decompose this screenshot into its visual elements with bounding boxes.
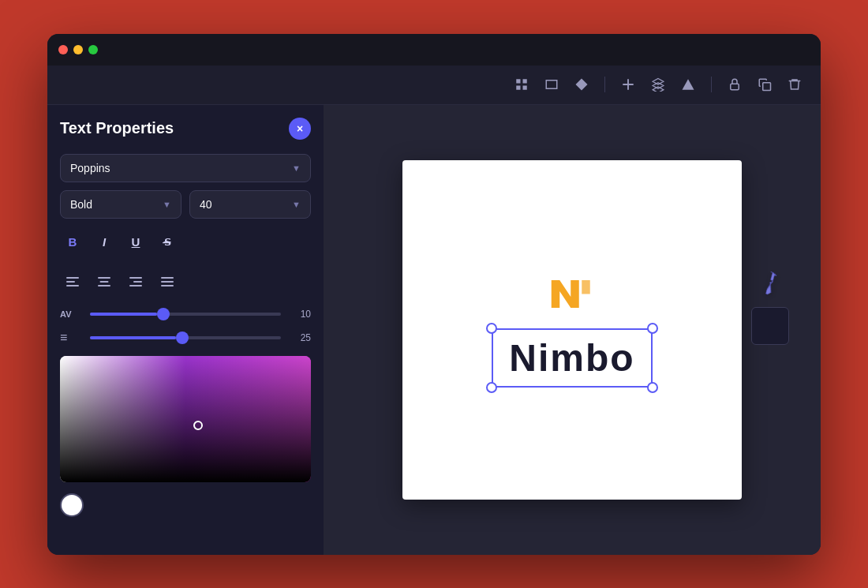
delete-icon[interactable] — [784, 74, 805, 95]
title-bar — [47, 34, 821, 66]
app-window: Text Properties × Poppins ▼ Bold ▼ 40 ▼ — [47, 34, 821, 555]
nimbo-n-logo — [544, 272, 600, 319]
color-gradient — [60, 356, 311, 482]
properties-panel: Text Properties × Poppins ▼ Bold ▼ 40 ▼ — [47, 105, 324, 555]
line-height-row: ≡ 25 — [60, 331, 311, 345]
traffic-light-red[interactable] — [58, 45, 68, 54]
svg-rect-13 — [161, 285, 174, 287]
svg-rect-1 — [763, 83, 771, 91]
letter-spacing-track[interactable] — [90, 313, 281, 316]
color-swatch[interactable] — [60, 493, 84, 517]
align-left-button[interactable] — [60, 269, 85, 294]
svg-rect-5 — [98, 277, 110, 279]
eyedropper-tool — [751, 270, 789, 345]
toolbar — [47, 66, 821, 105]
canvas-area[interactable]: Nimbo — [324, 105, 821, 555]
traffic-lights — [58, 45, 98, 54]
svg-rect-3 — [66, 281, 75, 283]
italic-button[interactable]: I — [92, 230, 117, 255]
lock-icon[interactable] — [724, 74, 745, 95]
svg-rect-11 — [161, 277, 174, 279]
font-weight-dropdown[interactable]: Bold ▼ — [60, 190, 181, 219]
align-center-button[interactable] — [92, 269, 117, 294]
svg-rect-6 — [100, 281, 109, 283]
line-height-track[interactable] — [90, 336, 281, 339]
chevron-down-icon-2: ▼ — [163, 200, 171, 209]
line-height-fill — [90, 336, 176, 339]
line-height-thumb[interactable] — [176, 331, 189, 344]
font-size-value: 40 — [200, 198, 212, 211]
canvas-text[interactable]: Nimbo — [509, 337, 634, 379]
letter-spacing-row: AV 10 — [60, 309, 311, 320]
strikethrough-button[interactable]: S̶ — [155, 230, 180, 255]
square-icon[interactable] — [541, 74, 562, 95]
add-icon[interactable] — [618, 74, 638, 95]
font-weight-value: Bold — [70, 198, 92, 211]
letter-spacing-value: 10 — [289, 309, 311, 320]
eyedropper-icon[interactable] — [751, 266, 788, 305]
chevron-down-icon: ▼ — [292, 163, 301, 173]
svg-rect-10 — [129, 285, 142, 287]
text-box[interactable]: Nimbo — [492, 328, 652, 388]
svg-rect-8 — [129, 277, 142, 279]
align-right-button[interactable] — [123, 269, 148, 294]
letter-spacing-fill — [90, 313, 157, 316]
panel-header: Text Properties × — [60, 118, 311, 140]
svg-rect-7 — [98, 285, 110, 287]
color-preview-square — [751, 307, 789, 345]
svg-rect-12 — [161, 281, 174, 283]
panel-title: Text Properties — [60, 119, 174, 137]
underline-button[interactable]: U — [123, 230, 148, 255]
traffic-light-green[interactable] — [88, 45, 98, 54]
svg-rect-2 — [66, 277, 79, 279]
font-style-row: Bold ▼ 40 ▼ — [60, 190, 311, 219]
font-family-value: Poppins — [70, 162, 110, 174]
line-height-label: ≡ — [60, 331, 82, 345]
divider-2 — [711, 77, 712, 92]
font-size-dropdown[interactable]: 40 ▼ — [189, 190, 311, 219]
selection-handle-tl[interactable] — [486, 323, 497, 334]
copy-icon[interactable] — [754, 74, 775, 95]
line-height-value: 25 — [289, 332, 311, 343]
text-align-row — [60, 269, 311, 294]
selection-handle-br[interactable] — [647, 382, 658, 393]
design-canvas: Nimbo — [402, 160, 742, 500]
svg-rect-4 — [66, 285, 79, 287]
selection-handle-tr[interactable] — [647, 323, 658, 334]
chevron-down-icon-3: ▼ — [292, 200, 301, 209]
text-selection-container: Nimbo — [492, 328, 652, 388]
grid-icon[interactable] — [511, 74, 532, 95]
text-format-row: B I U S̶ — [60, 227, 311, 258]
color-picker[interactable] — [60, 356, 311, 482]
diamond-icon[interactable] — [571, 74, 592, 95]
divider-1 — [604, 77, 605, 92]
panel-close-button[interactable]: × — [289, 118, 311, 140]
color-swatch-row — [60, 493, 311, 517]
main-area: Text Properties × Poppins ▼ Bold ▼ 40 ▼ — [47, 105, 821, 555]
color-cursor[interactable] — [193, 421, 203, 430]
selection-handle-bl[interactable] — [486, 382, 497, 393]
n-logo-svg — [544, 272, 600, 316]
traffic-light-yellow[interactable] — [73, 45, 83, 54]
svg-rect-9 — [133, 281, 142, 283]
svg-rect-0 — [731, 84, 739, 90]
layers-icon[interactable] — [648, 74, 668, 95]
triangle-icon[interactable] — [678, 74, 698, 95]
font-family-dropdown[interactable]: Poppins ▼ — [60, 154, 311, 182]
letter-spacing-thumb[interactable] — [157, 308, 170, 320]
bold-button[interactable]: B — [60, 230, 85, 255]
align-justify-button[interactable] — [155, 269, 180, 294]
letter-spacing-label: AV — [60, 309, 82, 319]
